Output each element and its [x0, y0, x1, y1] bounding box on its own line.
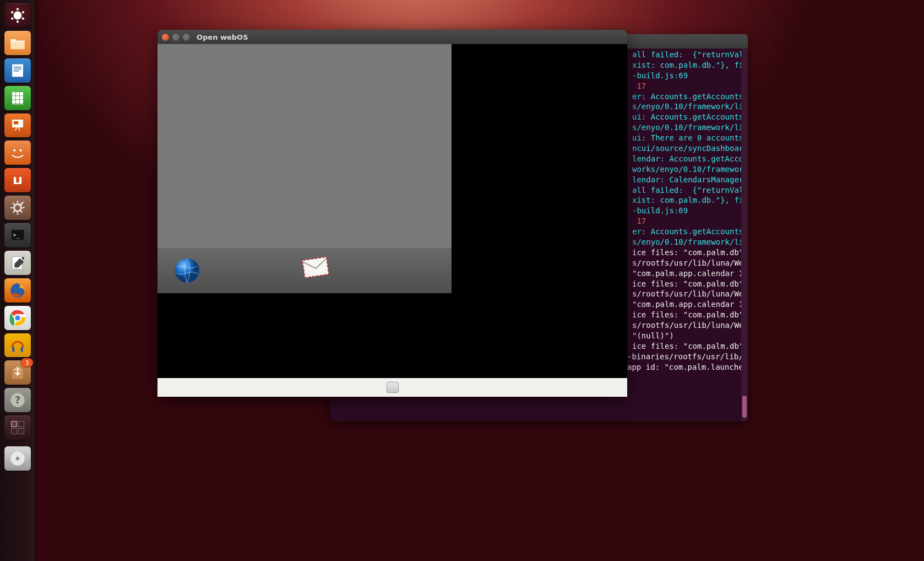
- browser-icon[interactable]: [174, 257, 200, 284]
- terminal-scrollbar-thumb[interactable]: [742, 396, 747, 418]
- disc-launcher[interactable]: [4, 446, 31, 471]
- minimize-icon[interactable]: [172, 34, 180, 41]
- svg-point-6: [22, 17, 24, 19]
- svg-rect-14: [12, 91, 23, 104]
- svg-rect-35: [18, 428, 24, 434]
- svg-point-18: [20, 149, 22, 152]
- svg-point-38: [17, 458, 19, 460]
- openwebos-title: Open webOS: [197, 33, 248, 41]
- update-count-badge: 3: [21, 358, 33, 367]
- svg-point-4: [17, 8, 19, 10]
- dock-overflow-icon[interactable]: [432, 257, 435, 284]
- software-updater-launcher[interactable]: 3: [4, 360, 31, 385]
- dash-button[interactable]: [4, 3, 31, 28]
- calc-launcher[interactable]: [4, 86, 31, 110]
- svg-text:>_: >_: [13, 232, 20, 239]
- workspace-switcher[interactable]: [4, 416, 31, 440]
- svg-point-5: [22, 11, 24, 13]
- svg-point-17: [13, 149, 15, 152]
- svg-rect-12: [14, 68, 21, 69]
- email-icon[interactable]: [301, 256, 331, 285]
- svg-point-9: [11, 11, 13, 13]
- ubuntu-one-launcher[interactable]: [4, 168, 31, 192]
- svg-point-7: [17, 20, 19, 23]
- svg-text:?: ?: [15, 395, 20, 406]
- svg-rect-11: [14, 67, 21, 67]
- amazon-launcher[interactable]: [4, 141, 31, 165]
- svg-rect-13: [14, 71, 19, 71]
- help-launcher[interactable]: ?: [4, 388, 31, 412]
- openwebos-gesture-bar: [157, 378, 627, 397]
- openwebos-titlebar[interactable]: Open webOS: [157, 30, 627, 44]
- svg-point-0: [175, 258, 199, 283]
- openwebos-body: [157, 44, 627, 397]
- text-editor-launcher[interactable]: [4, 251, 31, 275]
- firefox-launcher[interactable]: [4, 278, 31, 303]
- writer-launcher[interactable]: [4, 58, 31, 83]
- terminal-scrollbar-track[interactable]: [741, 48, 748, 421]
- svg-rect-16: [14, 121, 18, 125]
- settings-launcher[interactable]: [4, 196, 31, 220]
- home-button[interactable]: [387, 382, 399, 393]
- unity-launcher: >_ 3 ?: [0, 0, 35, 561]
- svg-rect-34: [12, 428, 17, 434]
- svg-rect-27: [12, 347, 14, 352]
- openwebos-dock: [157, 248, 452, 293]
- svg-point-3: [14, 12, 21, 19]
- audacity-launcher[interactable]: [4, 333, 31, 358]
- chrome-launcher[interactable]: [4, 306, 31, 330]
- svg-rect-33: [18, 422, 24, 427]
- svg-point-8: [11, 17, 13, 19]
- impress-launcher[interactable]: [4, 114, 31, 138]
- terminal-launcher[interactable]: >_: [4, 223, 31, 247]
- openwebos-window[interactable]: Open webOS: [157, 30, 627, 397]
- files-launcher[interactable]: [4, 31, 31, 55]
- svg-point-19: [14, 204, 21, 212]
- openwebos-card-area[interactable]: [157, 44, 452, 248]
- svg-rect-32: [12, 422, 17, 427]
- maximize-icon[interactable]: [183, 34, 190, 41]
- close-icon[interactable]: [162, 34, 169, 41]
- svg-rect-28: [21, 347, 23, 352]
